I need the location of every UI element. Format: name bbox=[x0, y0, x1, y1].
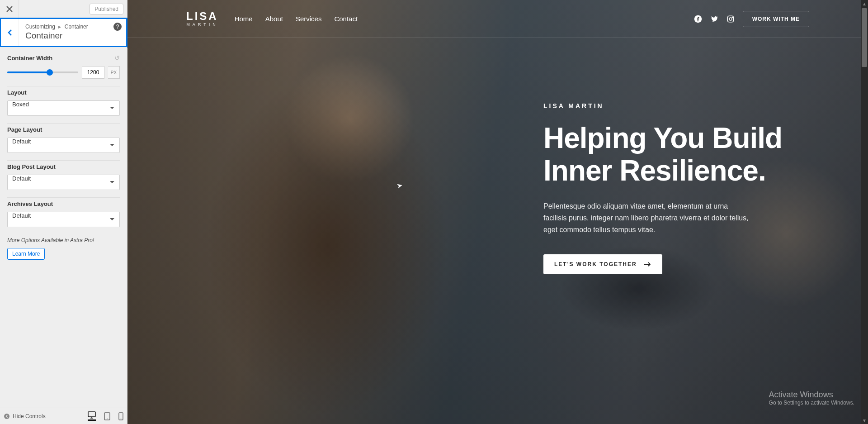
arrow-right-icon bbox=[643, 262, 651, 267]
primary-nav: Home About Services Contact bbox=[235, 15, 358, 23]
svg-rect-1 bbox=[88, 412, 95, 417]
hide-controls-label: Hide Controls bbox=[13, 413, 46, 419]
blog-post-layout-select[interactable]: Default bbox=[7, 175, 120, 190]
scrollbar-up-icon[interactable]: ▲ bbox=[861, 0, 868, 7]
hero-eyebrow: LISA MARTIN bbox=[543, 102, 809, 110]
publish-status-button[interactable]: Published bbox=[90, 4, 123, 14]
hero-content: LISA MARTIN Helping You Build Inner Resi… bbox=[543, 102, 809, 274]
device-switcher bbox=[88, 411, 123, 421]
section-title: Container bbox=[25, 31, 120, 41]
page-layout-label: Page Layout bbox=[7, 126, 42, 133]
layout-label: Layout bbox=[7, 89, 27, 96]
sidebar-topbar: Published bbox=[0, 0, 127, 18]
site-preview: LISA MARTIN Home About Services Contact … bbox=[127, 0, 868, 424]
site-header: LISA MARTIN Home About Services Contact … bbox=[127, 0, 868, 38]
close-customizer-button[interactable] bbox=[0, 0, 19, 18]
svg-point-8 bbox=[729, 18, 732, 20]
breadcrumb: Customizing ▸ Container bbox=[25, 24, 120, 30]
container-width-slider[interactable] bbox=[7, 71, 78, 73]
section-header: Customizing ▸ Container Container ? bbox=[0, 18, 127, 48]
instagram-icon bbox=[726, 15, 735, 23]
device-desktop-button[interactable] bbox=[88, 411, 96, 421]
svg-point-0 bbox=[4, 414, 9, 419]
blog-post-layout-label: Blog Post Layout bbox=[7, 163, 56, 170]
twitter-link[interactable] bbox=[710, 15, 718, 23]
hero-cta-button[interactable]: LET'S WORK TOGETHER bbox=[543, 254, 662, 274]
panel-body: Container Width ↺ PX Layout Boxed Page L… bbox=[0, 47, 127, 408]
svg-point-3 bbox=[107, 418, 108, 419]
breadcrumb-separator: ▸ bbox=[58, 24, 61, 30]
nav-contact[interactable]: Contact bbox=[334, 15, 358, 23]
control-layout: Layout Boxed bbox=[7, 89, 120, 124]
desktop-icon bbox=[88, 411, 96, 419]
facebook-icon bbox=[694, 15, 702, 23]
hero-cta-label: LET'S WORK TOGETHER bbox=[554, 261, 637, 267]
tablet-icon bbox=[104, 412, 110, 420]
sidebar-footer: Hide Controls bbox=[0, 408, 127, 424]
control-page-layout: Page Layout Default bbox=[7, 126, 120, 161]
windows-watermark: Activate Windows Go to Settings to activ… bbox=[769, 390, 854, 406]
nav-home[interactable]: Home bbox=[235, 15, 253, 23]
breadcrumb-root: Customizing bbox=[25, 24, 55, 30]
svg-point-5 bbox=[121, 418, 122, 419]
hero-title: Helping You Build Inner Resilience. bbox=[543, 122, 809, 187]
reset-icon[interactable]: ↺ bbox=[114, 54, 120, 62]
header-cta-button[interactable]: WORK WITH ME bbox=[743, 11, 809, 27]
slider-track-fill bbox=[7, 71, 50, 73]
chevron-left-icon bbox=[8, 29, 12, 36]
slider-thumb[interactable] bbox=[47, 69, 53, 76]
archives-layout-label: Archives Layout bbox=[7, 200, 53, 207]
watermark-line1: Activate Windows bbox=[769, 390, 854, 400]
container-width-unit: PX bbox=[108, 66, 120, 79]
page-layout-select[interactable]: Default bbox=[7, 138, 120, 153]
watermark-line2: Go to Settings to activate Windows. bbox=[769, 400, 854, 406]
site-logo[interactable]: LISA MARTIN bbox=[186, 11, 218, 27]
nav-services[interactable]: Services bbox=[296, 15, 322, 23]
facebook-link[interactable] bbox=[694, 15, 702, 23]
mobile-icon bbox=[118, 412, 123, 420]
back-button[interactable] bbox=[1, 19, 19, 46]
instagram-link[interactable] bbox=[726, 15, 735, 23]
container-width-input[interactable] bbox=[82, 66, 104, 79]
archives-layout-select[interactable]: Default bbox=[7, 212, 120, 227]
header-right: WORK WITH ME bbox=[694, 11, 809, 27]
hero-description: Pellentesque odio aliquam vitae amet, el… bbox=[543, 200, 751, 235]
device-tablet-button[interactable] bbox=[104, 411, 110, 421]
pro-upsell: More Options Available in Astra Pro! Lea… bbox=[7, 237, 120, 260]
close-icon bbox=[6, 6, 13, 12]
pro-note: More Options Available in Astra Pro! bbox=[7, 237, 120, 243]
control-blog-post-layout: Blog Post Layout Default bbox=[7, 163, 120, 198]
twitter-icon bbox=[710, 15, 718, 23]
preview-vertical-scrollbar[interactable]: ▲ ▼ bbox=[861, 0, 868, 424]
control-archives-layout: Archives Layout Default bbox=[7, 200, 120, 234]
scrollbar-down-icon[interactable]: ▼ bbox=[861, 417, 868, 424]
scrollbar-thumb[interactable] bbox=[862, 8, 867, 67]
learn-more-button[interactable]: Learn More bbox=[7, 248, 45, 260]
container-width-label: Container Width bbox=[7, 55, 52, 62]
nav-about[interactable]: About bbox=[265, 15, 283, 23]
customizer-sidebar: Published Customizing ▸ Container Contai… bbox=[0, 0, 127, 424]
layout-select[interactable]: Boxed bbox=[7, 100, 120, 116]
svg-point-9 bbox=[732, 17, 733, 18]
hide-controls-button[interactable]: Hide Controls bbox=[4, 413, 81, 419]
control-container-width: Container Width ↺ PX bbox=[7, 54, 120, 86]
logo-line1: LISA bbox=[186, 11, 218, 22]
logo-line2: MARTIN bbox=[186, 23, 218, 27]
device-mobile-button[interactable] bbox=[118, 411, 123, 421]
help-button[interactable]: ? bbox=[113, 23, 122, 31]
collapse-left-icon bbox=[4, 413, 10, 419]
breadcrumb-current: Container bbox=[65, 24, 88, 30]
